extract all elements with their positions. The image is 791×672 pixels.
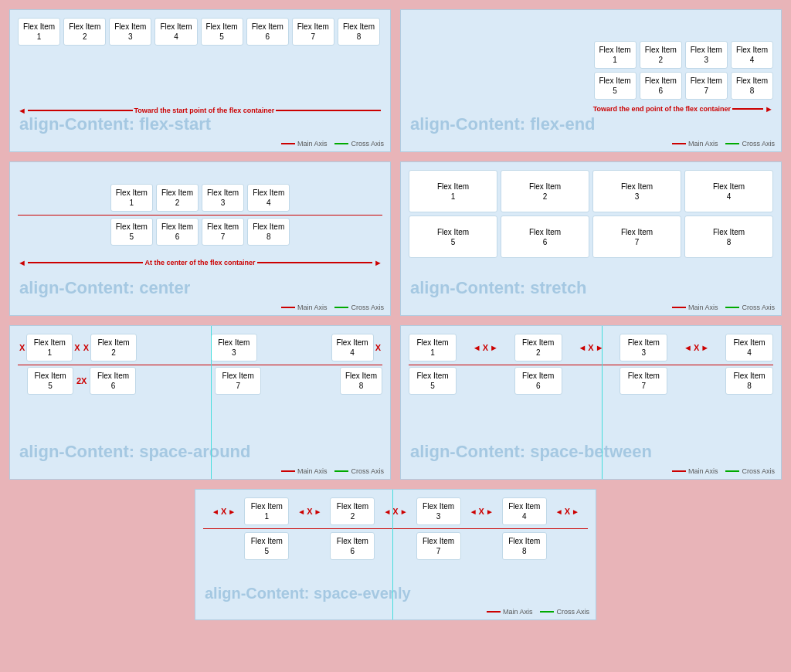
item-2: Flex Item2	[640, 41, 682, 69]
flex-start-label: Toward the start point of the flex conta…	[134, 107, 275, 114]
row-3: X Flex Item1 X X Flex Item2 Flex Item3 F…	[9, 325, 782, 480]
item-5: Flex Item5	[201, 18, 243, 46]
flex-end-arrow: Toward the end point of the flex contain…	[409, 104, 773, 114]
flex-start-arrow: ◄ Toward the start point of the flex con…	[18, 106, 382, 115]
flex-end-items: Flex Item1 Flex Item2 Flex Item3 Flex It…	[409, 41, 773, 69]
item-3: Flex Item3	[685, 41, 728, 69]
item-8: Flex Item8	[338, 18, 380, 46]
item-6: Flex Item6	[246, 18, 289, 46]
item-1: Flex Item1	[594, 41, 637, 69]
item-3: Flex Item3	[109, 18, 151, 46]
demo-flex-start: Flex Item1 Flex Item2 Flex Item3 Flex It…	[9, 9, 391, 152]
item-4: Flex Item4	[731, 41, 773, 69]
item-2: Flex Item2	[63, 18, 106, 46]
center-watermark: align-Content: center	[19, 278, 190, 298]
space-around-watermark: align-Content: space-around	[19, 442, 250, 462]
center-arrow: ◄ At the center of the flex container ►	[18, 258, 382, 267]
row-1: Flex Item1 Flex Item2 Flex Item3 Flex It…	[9, 9, 782, 152]
demo-space-evenly: ◄ X ► Flex Item1 ◄ X ► Flex Item2 ◄ X ► …	[195, 489, 596, 620]
stretch-row2: Flex Item5 Flex Item6 Flex Item7 Flex It…	[409, 216, 773, 258]
flex-start-items: Flex Item1 Flex Item2 Flex Item3 Flex It…	[18, 18, 382, 80]
center-label: At the center of the flex container	[144, 259, 255, 266]
main-axis-indicator: Main Axis	[281, 140, 328, 148]
flex-end-label: Toward the end point of the flex contain…	[593, 105, 731, 113]
item-7: Flex Item7	[292, 18, 334, 46]
demo-flex-end: Flex Item1 Flex Item2 Flex Item3 Flex It…	[400, 9, 782, 152]
stretch-watermark: align-Content: stretch	[410, 278, 587, 298]
demo-stretch: Flex Item1 Flex Item2 Flex Item3 Flex It…	[400, 161, 782, 316]
flex-start-axis: Main Axis Cross Axis	[281, 140, 384, 148]
row-4: ◄ X ► Flex Item1 ◄ X ► Flex Item2 ◄ X ► …	[9, 489, 782, 620]
space-between-watermark: align-Content: space-between	[410, 442, 652, 462]
demo-space-around: X Flex Item1 X X Flex Item2 Flex Item3 F…	[9, 325, 391, 480]
flex-end-watermark: align-Content: flex-end	[410, 114, 596, 134]
demo-center: Flex Item1 Flex Item2 Flex Item3 Flex It…	[9, 161, 391, 316]
stretch-row1: Flex Item1 Flex Item2 Flex Item3 Flex It…	[409, 170, 773, 212]
row-2: Flex Item1 Flex Item2 Flex Item3 Flex It…	[9, 161, 782, 316]
flex-start-watermark: align-Content: flex-start	[19, 114, 211, 134]
item-4: Flex Item4	[154, 18, 197, 46]
item-1: Flex Item1	[18, 18, 60, 46]
cross-axis-indicator: Cross Axis	[334, 140, 384, 148]
space-evenly-watermark: align-Content: space-evenly	[205, 585, 411, 602]
flex-end-axis: Main Axis Cross Axis	[672, 140, 775, 148]
demo-space-between: Flex Item1 ◄ X ► Flex Item2 ◄ X ► Flex I…	[400, 325, 782, 480]
